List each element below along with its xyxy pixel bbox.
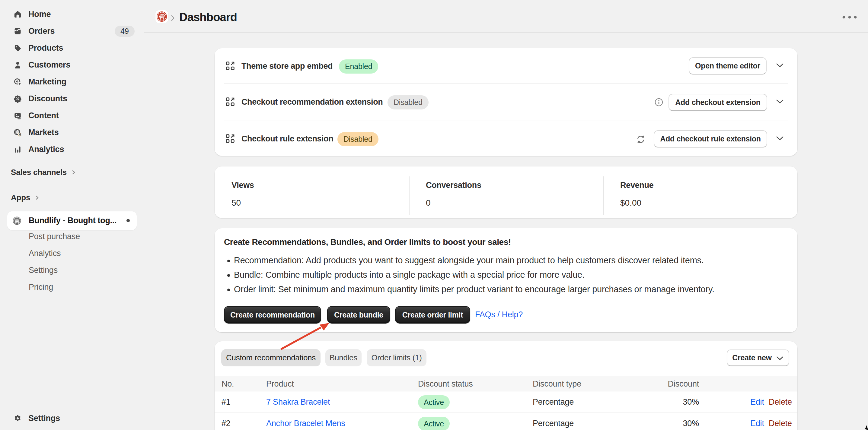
svg-text:$: $ bbox=[19, 132, 21, 137]
